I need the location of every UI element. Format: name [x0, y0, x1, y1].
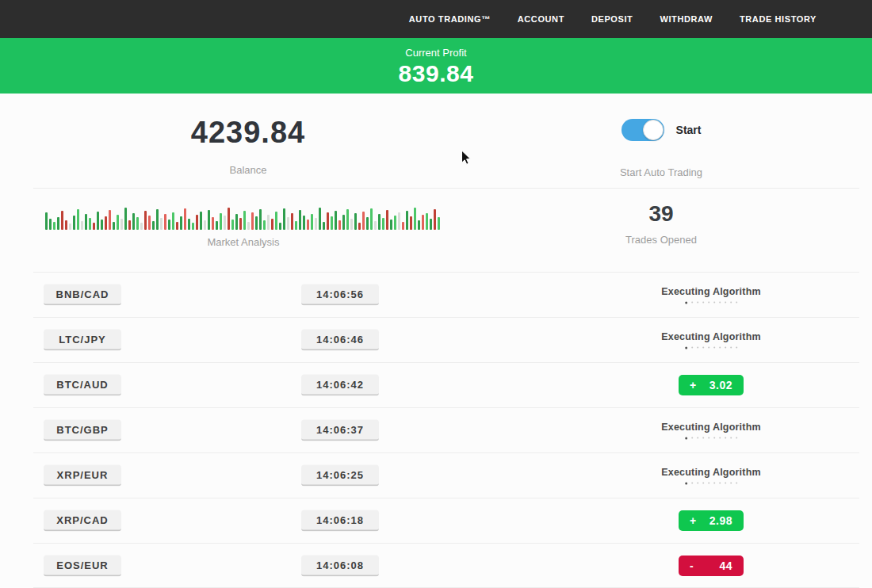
table-row: XRP/EUR 14:06:25 Executing Algorithm: [0, 452, 872, 498]
loading-dot: [730, 302, 732, 304]
loading-dots: [661, 482, 761, 484]
badge-value: 2.98: [709, 514, 732, 527]
market-bar: [160, 218, 163, 230]
market-bar: [231, 220, 234, 230]
loading-dot: [691, 302, 693, 304]
loading-dot: [736, 483, 737, 484]
market-bar: [168, 220, 170, 230]
market-bar: [204, 220, 206, 230]
app-window: AUTO TRADING™ACCOUNTDEPOSITWITHDRAWTRADE…: [0, 0, 872, 588]
market-bar: [291, 213, 293, 230]
market-bar: [176, 222, 178, 230]
loading-dot: [691, 437, 693, 439]
nav-item-withdraw[interactable]: WITHDRAW: [660, 14, 713, 24]
market-bar: [251, 212, 254, 230]
market-bar: [438, 217, 440, 230]
table-row: BNB/CAD 14:06:56 Executing Algorithm: [0, 272, 872, 317]
loading-dot: [730, 483, 732, 484]
trades-opened-block: 39 Trades Opened: [542, 201, 780, 246]
time-badge: 14:06:46: [301, 329, 379, 350]
loading-dot: [725, 347, 726, 349]
market-bar: [354, 213, 357, 230]
nav-item-auto-trading[interactable]: AUTO TRADING™: [409, 14, 491, 24]
market-bar: [228, 208, 230, 230]
nav-item-deposit[interactable]: DEPOSIT: [591, 14, 633, 24]
badge-sign: -: [690, 559, 694, 572]
loading-dot: [697, 483, 698, 484]
top-nav: AUTO TRADING™ACCOUNTDEPOSITWITHDRAWTRADE…: [0, 0, 872, 38]
market-bar: [85, 214, 87, 230]
nav-item-trade-history[interactable]: TRADE HISTORY: [740, 14, 817, 24]
nav-item-account[interactable]: ACCOUNT: [518, 14, 564, 24]
market-bar: [434, 209, 436, 230]
market-bar: [243, 211, 246, 230]
executing-algorithm-label: Executing Algorithm: [661, 330, 761, 342]
market-bar: [77, 209, 79, 230]
market-bar: [152, 221, 155, 230]
trade-status: +3.02: [679, 375, 744, 395]
loading-dot: [725, 483, 726, 484]
loading-dot: [719, 437, 721, 439]
auto-trading-toggle[interactable]: [621, 119, 664, 141]
market-bar: [81, 221, 83, 230]
market-bar: [346, 209, 349, 230]
market-bar: [220, 213, 222, 230]
market-bar: [113, 222, 115, 230]
market-bar: [255, 216, 258, 230]
profit-badge: +2.98: [679, 510, 744, 531]
market-bar: [394, 216, 396, 230]
pair-badge: LTC/JPY: [44, 329, 121, 350]
profit-badge: +3.02: [679, 375, 744, 395]
market-bar: [319, 208, 321, 230]
market-bar: [120, 219, 123, 230]
loading-dot: [702, 347, 704, 349]
loading-dot: [685, 437, 687, 439]
loading-dots: [661, 437, 761, 439]
trade-status: Executing Algorithm: [661, 285, 761, 304]
loading-dot: [713, 437, 715, 439]
market-bar: [390, 220, 392, 230]
market-bar: [132, 213, 135, 230]
loading-dot: [725, 437, 726, 439]
market-bar: [418, 220, 420, 230]
balance-label: Balance: [50, 164, 446, 176]
market-bar: [358, 223, 361, 230]
market-bar: [362, 212, 365, 230]
market-bar: [370, 208, 373, 230]
market-bar: [97, 212, 99, 230]
table-row: XRP/CAD 14:06:18 +2.98: [0, 498, 872, 543]
loading-dot: [708, 347, 709, 349]
market-bar: [430, 219, 432, 230]
time-badge: 14:06:37: [301, 419, 379, 441]
loading-dot: [685, 346, 687, 349]
market-bar: [323, 222, 325, 230]
loading-dot: [708, 437, 709, 439]
balance-block: 4239.84 Balance: [50, 116, 446, 176]
market-analysis-chart: [45, 203, 440, 230]
market-bar: [247, 222, 250, 230]
auto-trading-label: Start Auto Trading: [542, 166, 780, 178]
loading-dot: [697, 437, 698, 439]
market-bar: [224, 216, 226, 230]
market-bar: [410, 216, 412, 230]
auto-trading-block: Start Start Auto Trading: [542, 119, 780, 178]
profit-value: 839.84: [0, 60, 872, 87]
market-bar: [259, 209, 262, 230]
market-bar: [239, 218, 242, 230]
market-bar: [378, 214, 381, 230]
loading-dot: [719, 347, 721, 349]
market-bar: [235, 214, 238, 230]
market-bar: [109, 210, 111, 230]
trades-table: BNB/CAD 14:06:56 Executing Algorithm LTC…: [0, 272, 872, 588]
market-bar: [148, 216, 151, 230]
market-bar: [299, 210, 301, 230]
loading-dot: [730, 347, 732, 349]
loading-dot: [691, 347, 693, 349]
market-bar: [287, 217, 289, 230]
market-bar: [338, 220, 341, 230]
loading-dot: [697, 302, 698, 304]
market-bar: [188, 219, 190, 230]
executing-algorithm-label: Executing Algorithm: [661, 285, 761, 296]
badge-sign: +: [690, 514, 697, 527]
market-bar: [295, 221, 297, 230]
